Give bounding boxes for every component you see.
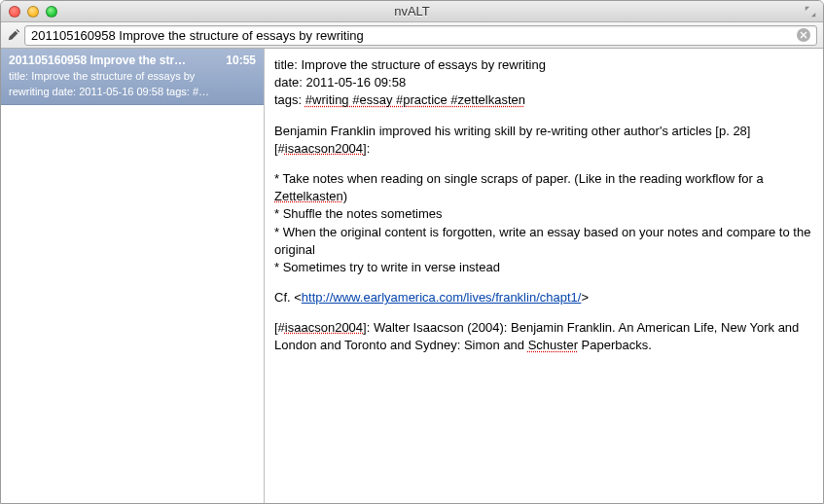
note-list[interactable]: 201105160958 Improve the str… 10:55 titl… bbox=[1, 49, 265, 503]
meta-title: title: Improve the structure of essays b… bbox=[274, 56, 813, 74]
traffic-lights bbox=[9, 6, 57, 18]
search-bar bbox=[1, 22, 823, 49]
editor[interactable]: title: Improve the structure of essays b… bbox=[265, 49, 823, 503]
cf-line: Cf. <http://www.earlyamerica.com/lives/f… bbox=[274, 289, 813, 306]
pencil-icon bbox=[7, 28, 20, 42]
close-window-button[interactable] bbox=[9, 6, 20, 18]
note-list-item[interactable]: 201105160958 Improve the str… 10:55 titl… bbox=[1, 49, 264, 105]
main-split: 201105160958 Improve the str… 10:55 titl… bbox=[1, 49, 823, 503]
reference-link[interactable]: http://www.earlyamerica.com/lives/frankl… bbox=[302, 290, 582, 305]
app-window: nvALT 201105160958 Improve the str… 10:5… bbox=[0, 0, 824, 504]
bullet-2: * Shuffle the notes sometimes bbox=[274, 205, 813, 223]
minimize-window-button[interactable] bbox=[27, 6, 39, 18]
bullet-3: * When the original content is forgotten… bbox=[274, 224, 813, 259]
note-item-preview: rewriting date: 2011-05-16 09:58 tags: #… bbox=[9, 85, 256, 99]
clear-search-button[interactable] bbox=[797, 28, 810, 42]
note-item-title: 201105160958 Improve the str… bbox=[9, 53, 186, 68]
intro-paragraph: Benjamin Franklin improved his writing s… bbox=[274, 123, 813, 158]
close-icon bbox=[800, 31, 807, 39]
zoom-window-button[interactable] bbox=[46, 6, 57, 18]
meta-tags-line: tags: #writing #essay #practice #zettelk… bbox=[274, 91, 813, 109]
note-item-time: 10:55 bbox=[226, 53, 256, 68]
bullet-4: * Sometimes try to write in verse instea… bbox=[274, 259, 813, 276]
search-field[interactable] bbox=[24, 25, 817, 46]
bullet-1: * Take notes when reading on single scra… bbox=[274, 170, 813, 205]
meta-date: date: 2011-05-16 09:58 bbox=[274, 74, 813, 91]
window-title: nvALT bbox=[7, 4, 817, 18]
reference: [#isaacson2004]: Walter Isaacson (2004):… bbox=[274, 319, 813, 354]
fullscreen-icon[interactable] bbox=[804, 5, 817, 18]
search-input[interactable] bbox=[31, 28, 797, 43]
note-item-preview: title: Improve the structure of essays b… bbox=[9, 69, 256, 84]
titlebar[interactable]: nvALT bbox=[1, 1, 823, 22]
